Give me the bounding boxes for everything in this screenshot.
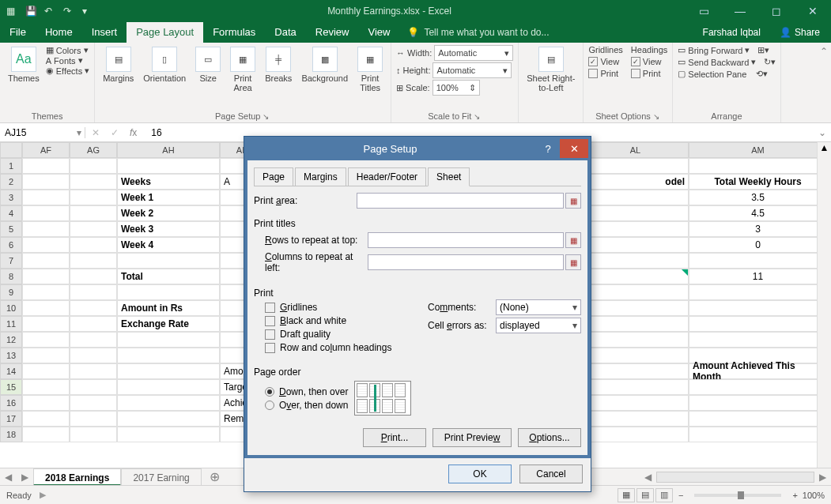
cell[interactable]: Amount in Rs: [117, 300, 220, 316]
cell[interactable]: [689, 427, 827, 442]
cell[interactable]: [582, 363, 689, 379]
row-header[interactable]: 10: [0, 300, 22, 316]
cell[interactable]: [689, 332, 827, 348]
row-header[interactable]: 4: [0, 205, 22, 221]
tab-data[interactable]: Data: [265, 22, 305, 43]
cell[interactable]: [582, 379, 689, 395]
print-titles-button[interactable]: ▦Print Titles: [354, 45, 386, 94]
row-header[interactable]: 2: [0, 174, 22, 190]
user-name[interactable]: Farshad Iqbal: [695, 27, 769, 38]
cell[interactable]: [689, 284, 827, 300]
dialog-close-button[interactable]: ✕: [560, 139, 588, 158]
cell[interactable]: [70, 332, 117, 348]
cell[interactable]: [582, 300, 689, 316]
fx-icon[interactable]: fx: [130, 127, 137, 138]
row-header[interactable]: 8: [0, 269, 22, 284]
dialog-tab-sheet[interactable]: Sheet: [428, 167, 470, 186]
cell[interactable]: [689, 300, 827, 316]
cell[interactable]: [70, 205, 117, 221]
cell[interactable]: [70, 379, 117, 395]
row-header[interactable]: 6: [0, 237, 22, 253]
row-header[interactable]: 13: [0, 348, 22, 363]
cell[interactable]: [70, 395, 117, 411]
column-header[interactable]: AL: [582, 142, 689, 158]
tab-view[interactable]: View: [358, 22, 399, 43]
cell[interactable]: [70, 363, 117, 379]
cell[interactable]: [582, 237, 689, 253]
cell[interactable]: [22, 379, 70, 395]
cell[interactable]: [22, 316, 70, 332]
rows-repeat-ref-button[interactable]: ▦: [565, 232, 581, 248]
cell[interactable]: [70, 190, 117, 205]
cell[interactable]: [582, 158, 689, 174]
cell[interactable]: Weeks: [117, 174, 220, 190]
page-break-view-button[interactable]: ▥: [655, 488, 673, 502]
row-header[interactable]: 14: [0, 363, 22, 379]
cell[interactable]: [689, 158, 827, 174]
cell[interactable]: [70, 284, 117, 300]
zoom-out-button[interactable]: −: [678, 491, 683, 500]
cell[interactable]: [689, 253, 827, 269]
share-button[interactable]: 👤 Share: [769, 27, 831, 38]
gridlines-print-check[interactable]: Print: [588, 69, 622, 78]
cell[interactable]: [22, 237, 70, 253]
ribbon-options-icon[interactable]: ▭: [686, 0, 722, 22]
cell[interactable]: [582, 316, 689, 332]
effects-button[interactable]: ◉ Effects ▾: [46, 66, 89, 76]
cell[interactable]: [70, 300, 117, 316]
cell[interactable]: [117, 427, 220, 442]
black-white-check[interactable]: Black and white: [265, 315, 412, 326]
cell-errors-combo[interactable]: Cell errors as: displayed▾: [428, 318, 581, 333]
row-header[interactable]: 5: [0, 221, 22, 237]
background-button[interactable]: ▩Background: [298, 45, 351, 85]
sheet-options-launcher[interactable]: ↘: [651, 112, 659, 121]
cell[interactable]: 3: [689, 221, 827, 237]
redo-icon[interactable]: ↷: [63, 6, 74, 17]
cell[interactable]: [582, 190, 689, 205]
tab-review[interactable]: Review: [306, 22, 359, 43]
dialog-options-button[interactable]: Options...: [518, 428, 581, 447]
cell[interactable]: [70, 174, 117, 190]
column-header[interactable]: AG: [70, 142, 117, 158]
new-sheet-button[interactable]: ⊕: [202, 469, 228, 484]
minimize-button[interactable]: —: [722, 0, 758, 22]
tab-formulas[interactable]: Formulas: [203, 22, 265, 43]
cell[interactable]: [22, 300, 70, 316]
sheet-rtl-button[interactable]: ▤Sheet Right- to-Left: [523, 45, 578, 94]
cell[interactable]: [22, 332, 70, 348]
cell[interactable]: [582, 332, 689, 348]
cell[interactable]: [22, 253, 70, 269]
cell[interactable]: [117, 284, 220, 300]
cell[interactable]: [22, 363, 70, 379]
row-col-headings-check[interactable]: Row and column headings: [265, 342, 412, 353]
dialog-cancel-button[interactable]: Cancel: [519, 465, 583, 483]
scale-control[interactable]: ⊞ Scale: 100%⇕: [396, 80, 480, 96]
row-header[interactable]: 9: [0, 284, 22, 300]
cell[interactable]: [117, 253, 220, 269]
cell[interactable]: [582, 284, 689, 300]
sheet-tab-inactive[interactable]: 2017 Earning: [121, 468, 201, 486]
cell[interactable]: [22, 395, 70, 411]
hscroll-right[interactable]: ▶: [814, 472, 831, 483]
normal-view-button[interactable]: ▦: [618, 488, 635, 502]
macro-record-icon[interactable]: ▶: [40, 490, 46, 500]
cell[interactable]: [582, 221, 689, 237]
orientation-button[interactable]: ▯Orientation: [140, 45, 189, 85]
qat-more-icon[interactable]: ▾: [82, 6, 93, 17]
cell[interactable]: Exchange Rate: [117, 316, 220, 332]
headings-view-check[interactable]: ✓ View: [631, 57, 667, 66]
print-area-input[interactable]: [357, 193, 564, 209]
cell[interactable]: Week 4: [117, 237, 220, 253]
row-header[interactable]: 18: [0, 427, 22, 442]
cell[interactable]: [582, 411, 689, 427]
cell[interactable]: [22, 174, 70, 190]
cell[interactable]: odel: [582, 174, 689, 190]
close-window-button[interactable]: ✕: [795, 0, 831, 22]
row-header[interactable]: 7: [0, 253, 22, 269]
cell[interactable]: [689, 379, 827, 395]
select-all-corner[interactable]: [0, 142, 22, 158]
row-header[interactable]: 11: [0, 316, 22, 332]
row-header[interactable]: 3: [0, 190, 22, 205]
tab-insert[interactable]: Insert: [82, 22, 127, 43]
cell[interactable]: [22, 348, 70, 363]
